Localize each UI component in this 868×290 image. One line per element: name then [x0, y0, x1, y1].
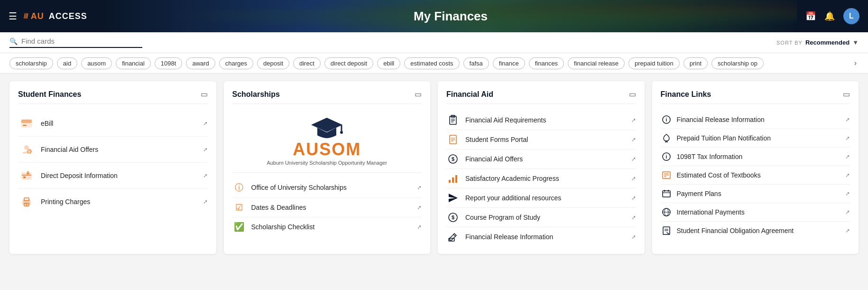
item-label: Scholarship Checklist [251, 223, 315, 231]
ausom-cap-container [310, 115, 343, 141]
external-link-icon: ➚ [845, 153, 850, 160]
search-input[interactable] [21, 37, 126, 45]
avatar[interactable]: L [843, 8, 859, 24]
svg-marker-30 [449, 194, 458, 202]
list-item-left: ✅ Scholarship Checklist [232, 222, 315, 232]
item-icon [661, 207, 672, 217]
scholarships-header: Scholarships ▭ [232, 90, 422, 104]
item-label: Prepaid Tuition Plan Notification [677, 134, 771, 142]
list-item[interactable]: Prepaid Tuition Plan Notification ➚ [661, 129, 850, 148]
item-icon: i [661, 152, 672, 161]
student-finances-card: Student Finances ▭ eBill ➚ $ Financial A… [9, 81, 216, 254]
tag-direct-deposit[interactable]: direct deposit [324, 57, 373, 69]
list-item[interactable]: Report your additional resources ➚ [446, 188, 636, 208]
svg-rect-2 [23, 125, 27, 126]
external-link-icon: ➚ [631, 214, 636, 221]
item-label: Report your additional resources [465, 194, 561, 202]
list-item[interactable]: $ Financial Aid Offers ➚ [446, 150, 636, 169]
finance-links-title: Finance Links [661, 90, 711, 99]
tag-scholarship[interactable]: scholarship [9, 57, 53, 69]
tag-charges[interactable]: charges [219, 57, 253, 69]
svg-line-34 [453, 234, 455, 236]
list-item[interactable]: Satisfactory Academic Progress ➚ [446, 169, 636, 188]
scholarships-title: Scholarships [232, 90, 280, 99]
list-item[interactable]: International Payments ➚ [661, 203, 850, 222]
tag-estimated-costs[interactable]: estimated costs [404, 57, 459, 69]
tag-ebill[interactable]: ebill [377, 57, 400, 69]
tag-direct[interactable]: direct [293, 57, 321, 69]
external-link-icon: ➚ [845, 209, 850, 215]
list-item[interactable]: ⓘ Office of University Scholarships ➚ [232, 178, 422, 198]
header-left: ☰ /// AU ACCESS [0, 0, 104, 32]
list-item[interactable]: Estimated Cost of Textbooks ➚ [661, 166, 850, 185]
tag-deposit[interactable]: deposit [257, 57, 289, 69]
external-link-icon: ➚ [417, 204, 422, 211]
tags-next-arrow[interactable]: › [852, 57, 859, 69]
finance-links-card: Finance Links ▭ i Financial Release Info… [652, 81, 859, 254]
list-item-left: $ Financial Aid Offers [18, 141, 98, 158]
tag-print[interactable]: print [683, 57, 708, 69]
svg-point-15 [340, 131, 343, 134]
financial-aid-bookmark[interactable]: ▭ [629, 90, 636, 99]
list-item-left: Satisfactory Academic Progress [446, 173, 559, 184]
scholarships-bookmark[interactable]: ▭ [415, 90, 422, 99]
item-label: Printing Charges [41, 198, 90, 206]
item-label: Financial Aid Offers [41, 146, 98, 153]
logo: /// AU ACCESS [24, 11, 87, 21]
calendar-icon[interactable]: 📅 [805, 11, 816, 21]
item-label: Direct Deposit Information [41, 172, 118, 179]
svg-rect-6 [22, 173, 31, 179]
tag-financial-release[interactable]: financial release [568, 57, 625, 69]
list-item[interactable]: Student Financial Obligation Agreement ➚ [661, 222, 850, 240]
tag-finance[interactable]: finance [493, 57, 525, 69]
list-item[interactable]: Direct Deposit Information ➚ [18, 163, 208, 189]
svg-rect-45 [663, 191, 670, 197]
tag-aid[interactable]: aid [57, 57, 77, 69]
scholarships-items: ⓘ Office of University Scholarships ➚ ☑ … [232, 178, 422, 236]
tag-ausom[interactable]: ausom [81, 57, 112, 69]
svg-rect-8 [23, 177, 26, 178]
search-bar-container: 🔍 SORT BY Recommended ▼ [0, 32, 868, 53]
list-item[interactable]: ✅ Scholarship Checklist ➚ [232, 217, 422, 236]
list-item[interactable]: Financial Release Information ➚ [446, 227, 636, 246]
list-item[interactable]: Financial Aid Requirements ➚ [446, 111, 636, 130]
tag-financial[interactable]: financial [116, 57, 151, 69]
tag-fafsa[interactable]: fafsa [463, 57, 489, 69]
sort-by[interactable]: SORT BY Recommended ▼ [776, 39, 859, 46]
svg-text:i: i [665, 117, 667, 122]
item-icon [446, 232, 460, 242]
external-link-icon: ➚ [845, 227, 850, 234]
item-icon [661, 226, 672, 235]
main-content: Student Finances ▭ eBill ➚ $ Financial A… [0, 74, 868, 262]
tag-scholarship-op[interactable]: scholarship op [711, 57, 764, 69]
list-item[interactable]: eBill ➚ [18, 111, 208, 137]
sort-value: Recommended [805, 39, 850, 46]
tag-1098t[interactable]: 1098t [155, 57, 183, 69]
external-link-icon: ➚ [845, 135, 850, 141]
svg-text:$: $ [452, 215, 454, 220]
list-item[interactable]: $ Printing Charges ➚ [18, 189, 208, 215]
page-title: My Finances [414, 9, 488, 24]
item-label: Office of University Scholarships [251, 184, 347, 191]
tag-award[interactable]: award [186, 57, 215, 69]
list-item-left: $ Financial Aid Offers [446, 154, 523, 164]
list-item[interactable]: ☑ Dates & Deadlines ➚ [232, 198, 422, 217]
student-finances-bookmark[interactable]: ▭ [201, 90, 208, 99]
notification-icon[interactable]: 🔔 [824, 11, 835, 21]
list-item[interactable]: i 1098T Tax Information ➚ [661, 148, 850, 166]
list-item[interactable]: Payment Plans ➚ [661, 185, 850, 203]
tag-finances[interactable]: finances [529, 57, 564, 69]
svg-marker-13 [311, 118, 342, 132]
external-link-icon: ➚ [417, 224, 422, 230]
list-item[interactable]: i Financial Release Information ➚ [661, 111, 850, 129]
item-icon: $ [446, 212, 460, 223]
list-item[interactable]: $ Financial Aid Offers ➚ [18, 137, 208, 163]
finance-links-bookmark[interactable]: ▭ [843, 90, 850, 99]
tag-prepaid-tuition[interactable]: prepaid tuition [628, 57, 680, 69]
list-item[interactable]: Student Forms Portal ➚ [446, 130, 636, 150]
financial-aid-card: Financial Aid ▭ Financial Aid Requiremen… [438, 81, 645, 254]
list-item[interactable]: $ Course Program of Study ➚ [446, 208, 636, 227]
item-icon [446, 173, 460, 184]
hamburger-icon[interactable]: ☰ [9, 10, 17, 22]
list-item-left: i 1098T Tax Information [661, 152, 743, 161]
